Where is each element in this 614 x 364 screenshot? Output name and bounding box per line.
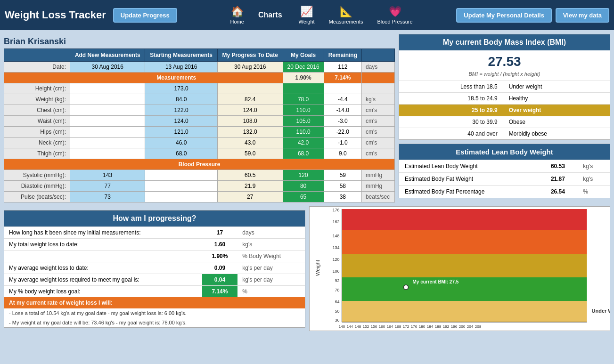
nav-blood-pressure[interactable]: 💗 Blood Pressure	[377, 6, 412, 24]
progress-row: My total weight loss to date: 1.60 kg's	[4, 239, 305, 251]
home-label: Home	[230, 19, 244, 24]
bp-row-start	[145, 192, 217, 202]
lean-label: Estimated Body Fat Percentage	[399, 186, 539, 198]
row-label: Thigh (cm):	[4, 148, 70, 159]
progress-unit: % Body Weight	[237, 251, 305, 262]
lean-header: Estimated Lean Body Weight	[399, 144, 610, 160]
progress-label: How long has it been since my initial me…	[4, 227, 202, 239]
row-add	[70, 83, 145, 94]
date-label: Date:	[4, 62, 70, 73]
bp-row-goal: 65	[283, 192, 324, 202]
row-progress: 59.0	[217, 148, 283, 159]
weight-label: Weight	[299, 19, 315, 24]
bmi-row: 18.5 to 24.9 Healthy	[399, 93, 610, 105]
svg-text:144: 144	[347, 324, 353, 329]
svg-text:204: 204	[467, 324, 474, 329]
nav-charts[interactable]: Charts	[258, 11, 285, 19]
svg-text:36: 36	[335, 318, 339, 323]
bmi-range: 40 and over	[399, 128, 503, 140]
measurement-row: Hips (cm): 121.0 132.0 110.0 -22.0 cm's	[4, 127, 395, 138]
row-unit: cm's	[361, 138, 394, 148]
svg-text:208: 208	[475, 324, 482, 329]
bmi-category: Healthy	[503, 93, 610, 105]
lean-value: 60.53	[539, 160, 578, 173]
row-progress: 43.0	[217, 138, 283, 148]
progress-value: 0.09	[202, 262, 238, 274]
row-remaining	[324, 83, 361, 94]
nav-weight[interactable]: 📈 Weight	[299, 6, 315, 24]
col-header-goals: My Goals	[283, 49, 324, 62]
svg-text:92: 92	[335, 278, 339, 283]
row-remaining: -1.0	[324, 138, 361, 148]
row-unit: cm's	[361, 148, 394, 159]
bp-row-add: 77	[70, 181, 145, 192]
update-progress-button[interactable]: Update Progress	[113, 8, 177, 23]
lean-label: Estimated Lean Body Weight	[399, 160, 539, 173]
row-remaining: -14.0	[324, 105, 361, 116]
bottom-left: How am I progressing? How long has it be…	[4, 206, 305, 331]
update-personal-button[interactable]: Update My Personal Details	[456, 8, 552, 23]
bmi-row: Less than 18.5 Under weight	[399, 81, 610, 93]
row-add	[70, 116, 145, 127]
header-right-buttons: Update My Personal Details View my data	[456, 8, 609, 23]
svg-text:200: 200	[459, 324, 466, 329]
bp-row-progress: 21.9	[217, 181, 283, 192]
row-progress: 132.0	[217, 127, 283, 138]
svg-text:50: 50	[335, 309, 339, 314]
row-unit: kg's	[361, 94, 394, 105]
date-progress: 30 Aug 2016	[217, 62, 283, 73]
header: Weight Loss Tracker Update Progress 🏠 Ho…	[0, 0, 614, 30]
bp-row: Pulse (beats/sec): 73 27 65 38 beats/sec	[4, 192, 395, 202]
user-name: Brian Krisanski	[4, 34, 395, 49]
svg-text:78: 78	[335, 288, 339, 292]
measurements-icon: 📐	[340, 6, 352, 18]
date-add: 30 Aug 2016	[70, 62, 145, 73]
bmi-panel: My current Body Mass Index (BMI) 27.53 B…	[399, 34, 610, 140]
svg-text:64: 64	[335, 299, 339, 304]
row-start: 121.0	[145, 127, 217, 138]
row-add	[70, 94, 145, 105]
bmi-range: 30 to 39.9	[399, 116, 503, 128]
progress-label: My average weight loss required to meet …	[4, 274, 202, 286]
svg-text:120: 120	[332, 257, 339, 262]
measurement-row: Chest (cm): 122.0 124.0 110.0 -14.0 cm's	[4, 105, 395, 116]
date-start: 13 Aug 2016	[145, 62, 217, 73]
row-add	[70, 105, 145, 116]
bp-row-add: 73	[70, 192, 145, 202]
row-progress: 124.0	[217, 105, 283, 116]
svg-text:160: 160	[379, 324, 385, 329]
bp-row-progress: 60.5	[217, 170, 283, 181]
nav-home[interactable]: 🏠 Home	[230, 6, 244, 24]
progress-row: 1.90% % Body Weight	[4, 251, 305, 262]
bmi-category: Morbidly obese	[503, 128, 610, 140]
svg-text:168: 168	[395, 324, 401, 329]
bp-row-remaining: 58	[324, 181, 361, 192]
zone-obese	[342, 230, 587, 254]
bp-row-add: 143	[70, 170, 145, 181]
zone-morbidly-obese	[342, 209, 587, 230]
svg-text:Weight: Weight	[315, 260, 320, 276]
bp-row: Systolic (mmHg): 143 60.5 120 59 mmHg	[4, 170, 395, 181]
row-remaining: 9.0	[324, 148, 361, 159]
row-label: Neck (cm):	[4, 138, 70, 148]
progress-header: How am I progressing?	[4, 210, 305, 226]
svg-text:176: 176	[411, 324, 418, 329]
view-data-button[interactable]: View my data	[556, 8, 609, 23]
svg-text:172: 172	[403, 324, 409, 329]
bmi-table: Less than 18.5 Under weight 18.5 to 24.9…	[399, 81, 610, 139]
nav-measurements[interactable]: 📐 Measurements	[329, 6, 363, 24]
bmi-marker-label: My current BMI: 27.5	[413, 279, 459, 284]
bmi-formula: BMI = weight / (height x height)	[399, 71, 610, 81]
svg-text:184: 184	[427, 324, 434, 329]
lean-row: Estimated Lean Body Weight 60.53 kg's	[399, 160, 610, 173]
col-header-start: Starting Measurements	[145, 49, 217, 62]
row-label: Hips (cm):	[4, 127, 70, 138]
progress-value: 7.14%	[202, 286, 238, 298]
row-progress: 108.0	[217, 116, 283, 127]
progress-unit: %	[237, 286, 305, 298]
svg-text:176: 176	[332, 208, 339, 212]
bp-row-start	[145, 170, 217, 181]
row-goal: 105.0	[283, 116, 324, 127]
row-goal: 68.0	[283, 148, 324, 159]
lean-label: Estimated Body Fat Weight	[399, 173, 539, 186]
